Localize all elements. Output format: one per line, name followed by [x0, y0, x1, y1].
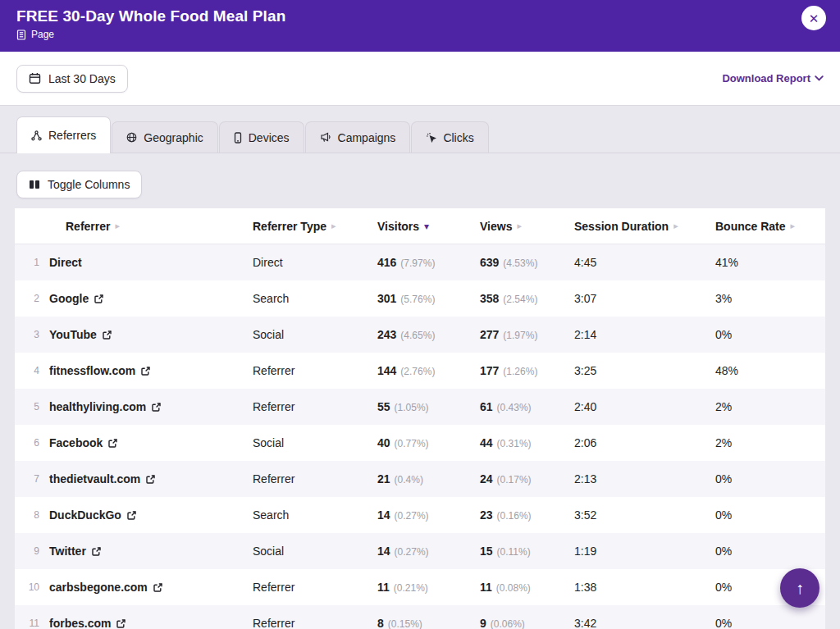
referrer-link[interactable]: fitnessflow.com [49, 364, 150, 377]
bounce-rate-cell: 0% [715, 472, 825, 485]
bounce-rate-cell: 48% [715, 364, 825, 377]
column-label: Referrer Type [253, 220, 326, 233]
referrer-link[interactable]: Direct [49, 256, 82, 269]
session-duration-cell: 2:14 [574, 328, 715, 341]
column-label: Views [480, 220, 512, 233]
views-value: 23 [480, 508, 493, 522]
visitors-cell: 243(4.65%) [377, 328, 480, 341]
referrer-type-cell: Social [253, 545, 377, 558]
views-value: 61 [480, 400, 493, 413]
session-duration-cell: 2:40 [574, 400, 715, 413]
referrer-link[interactable]: carbsbegone.com [49, 581, 162, 594]
toggle-columns-button[interactable]: Toggle Columns [16, 171, 142, 198]
views-value: 277 [480, 328, 499, 341]
referrer-link[interactable]: Twitter [49, 545, 101, 558]
referrer-name: fitnessflow.com [49, 364, 135, 377]
referrer-type-cell: Search [253, 508, 377, 522]
column-header-views[interactable]: Views ▸ [480, 220, 574, 233]
referrer-link[interactable]: Google [49, 292, 103, 305]
row-number: 2 [21, 293, 39, 304]
external-link-icon [116, 619, 126, 628]
column-header-visitors[interactable]: Visitors ▾ [377, 220, 480, 233]
views-cell: 358(2.54%) [480, 292, 574, 305]
row-number: 7 [21, 473, 39, 485]
referrer-type-cell: Referrer [253, 400, 377, 413]
table-row: 8 DuckDuckGo Search 14(0.27%) 23(0.16%) … [15, 497, 825, 533]
external-link-icon [94, 294, 103, 303]
referrer-link[interactable]: Facebook [49, 436, 117, 449]
page-icon [16, 30, 26, 40]
visitors-cell: 40(0.77%) [377, 436, 480, 449]
table-row: 1 Direct Direct 416(7.97%) 639(4.53%) 4:… [15, 244, 825, 280]
visitors-value: 8 [377, 617, 384, 629]
referrer-cell: 11 forbes.com [15, 617, 253, 629]
referrer-name: Facebook [49, 436, 103, 449]
referrers-table: Referrer ▸ Referrer Type ▸ Visitors ▾ Vi… [15, 208, 825, 629]
session-duration-cell: 3:52 [574, 508, 715, 522]
views-cell: 9(0.06%) [480, 617, 574, 629]
tab-referrers[interactable]: Referrers [16, 116, 111, 153]
column-header-session-duration[interactable]: Session Duration ▸ [574, 220, 715, 233]
tab-geographic[interactable]: Geographic [112, 121, 217, 153]
referrer-cell: 7 thedietvault.com [15, 472, 253, 485]
tab-devices[interactable]: Devices [219, 121, 304, 153]
date-range-button[interactable]: Last 30 Days [16, 65, 128, 93]
column-label: Visitors [377, 220, 419, 233]
table-row: 3 YouTube Social 243(4.65%) 277(1.97%) 2… [15, 317, 825, 353]
session-duration-cell: 1:19 [574, 545, 715, 558]
column-header-referrer-type[interactable]: Referrer Type ▸ [253, 220, 377, 233]
tab-campaigns[interactable]: Campaigns [305, 121, 411, 153]
bounce-rate-cell: 41% [715, 256, 825, 269]
referrer-name: carbsbegone.com [49, 581, 148, 594]
referrer-link[interactable]: thedietvault.com [49, 472, 155, 485]
column-label: Session Duration [574, 220, 669, 233]
close-icon[interactable]: ✕ [801, 6, 826, 30]
row-number: 8 [21, 509, 39, 521]
referrer-type-cell: Direct [253, 256, 377, 269]
scroll-to-top-button[interactable]: ↑ [780, 568, 819, 608]
tab-label: Devices [249, 131, 290, 144]
views-percent: (0.08%) [496, 582, 531, 594]
referrer-link[interactable]: YouTube [49, 328, 112, 341]
referrer-link[interactable]: forbes.com [49, 617, 126, 629]
table-row: 7 thedietvault.com Referrer 21(0.4%) 24(… [15, 461, 825, 497]
views-cell: 23(0.16%) [480, 508, 574, 522]
session-duration-cell: 2:06 [574, 436, 715, 449]
external-link-icon [152, 403, 161, 412]
row-number: 11 [21, 618, 39, 629]
table-row: 2 Google Search 301(5.76%) 358(2.54%) 3:… [15, 280, 825, 317]
date-range-label: Last 30 Days [48, 72, 116, 85]
tab-label: Campaigns [338, 131, 396, 144]
table-body: 1 Direct Direct 416(7.97%) 639(4.53%) 4:… [15, 244, 825, 629]
mobile-device-icon [234, 132, 242, 144]
session-duration-cell: 3:42 [574, 617, 715, 629]
tab-clicks[interactable]: Clicks [411, 121, 488, 153]
referrer-type-cell: Search [253, 292, 377, 305]
views-percent: (0.06%) [491, 618, 525, 629]
external-link-icon [127, 511, 136, 520]
session-duration-cell: 1:38 [574, 581, 715, 594]
column-header-bounce-rate[interactable]: Bounce Rate ▸ [715, 220, 825, 233]
referrer-type-cell: Referrer [253, 364, 377, 377]
views-percent: (2.54%) [503, 294, 537, 305]
visitors-cell: 21(0.4%) [377, 472, 480, 485]
visitors-cell: 301(5.76%) [377, 292, 480, 305]
referrer-name: Direct [49, 256, 82, 269]
download-report-button[interactable]: Download Report [722, 72, 824, 84]
views-value: 639 [480, 256, 499, 269]
visitors-value: 40 [377, 436, 390, 449]
sort-arrow-icon: ▸ [517, 221, 522, 231]
column-header-referrer[interactable]: Referrer ▸ [15, 220, 253, 233]
external-link-icon [141, 367, 150, 376]
toolbar: Last 30 Days Download Report [0, 52, 840, 106]
row-number: 5 [21, 401, 39, 412]
referrer-link[interactable]: healthyliving.com [49, 400, 161, 413]
referrer-cell: 10 carbsbegone.com [15, 581, 253, 594]
share-nodes-icon [31, 130, 42, 141]
views-value: 24 [480, 472, 493, 485]
referrer-cell: 2 Google [15, 292, 253, 305]
visitors-percent: (2.76%) [400, 366, 435, 377]
referrer-link[interactable]: DuckDuckGo [49, 508, 136, 522]
table-row: 4 fitnessflow.com Referrer 144(2.76%) 17… [15, 353, 825, 389]
visitors-cell: 8(0.15%) [377, 617, 480, 629]
